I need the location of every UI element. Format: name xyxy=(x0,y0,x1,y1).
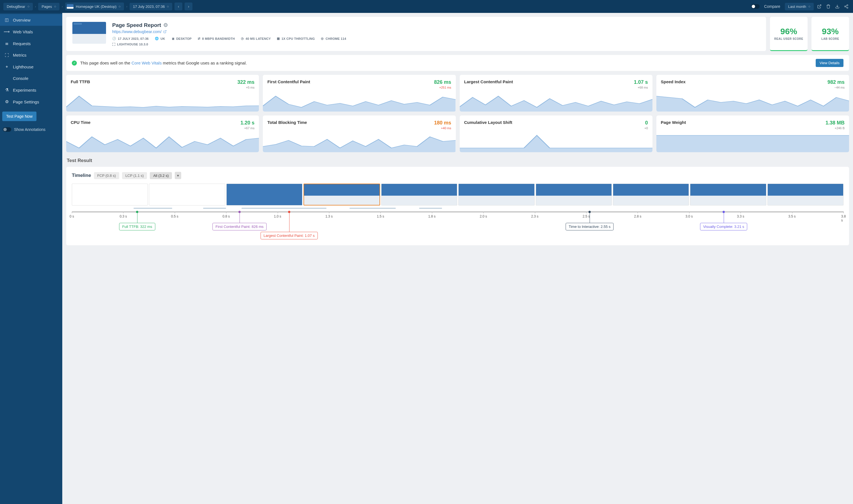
timeline-pill-all[interactable]: All (3.2 s) xyxy=(150,172,172,179)
sidebar-item-page-settings[interactable]: ⚙Page Settings xyxy=(0,96,62,108)
open-external-icon[interactable] xyxy=(816,3,823,10)
caret-icon: ◇ xyxy=(119,5,121,8)
metric-card-cpu-time[interactable]: CPU Time1.20 s+67 ms xyxy=(66,115,259,152)
filmstrip-frame[interactable] xyxy=(536,184,612,205)
metric-card-full-ttfb[interactable]: Full TTFB322 ms+5 ms xyxy=(66,75,259,111)
timeline-card: Timeline FCP (0.8 s) LCP (1.1 s) All (3.… xyxy=(66,167,849,245)
sidebar-item-experiments[interactable]: ⚗Experiments xyxy=(0,84,62,96)
sidebar-item-overview[interactable]: ◫Overview xyxy=(0,14,62,26)
flask-icon: ⚗ xyxy=(4,88,9,92)
meta-latency: ◷ 40 MS LATENCY xyxy=(241,37,271,40)
sidebar-item-console[interactable]: Console xyxy=(0,73,62,84)
filmstrip-frame[interactable] xyxy=(767,184,843,205)
metric-card-speed-index[interactable]: Speed Index982 ms−44 ms xyxy=(656,75,849,111)
metric-value: 982 ms xyxy=(828,79,845,85)
timeline-marker-lcp: Largest Contentful Paint: 1.07 s xyxy=(261,232,318,239)
report-header-card: Page Speed Report⚙ https://www.debugbear… xyxy=(66,17,766,51)
sidebar-item-label: Page Settings xyxy=(13,100,39,104)
timeline-marker-tti: Time to Interactive: 2.55 s xyxy=(566,223,614,230)
view-details-button[interactable]: View Details xyxy=(816,59,843,67)
filmstrip-frame[interactable] xyxy=(303,184,380,205)
metric-card-page-weight[interactable]: Page Weight1.38 MB+246 B xyxy=(656,115,849,152)
timeline-more-button[interactable]: ▾ xyxy=(175,172,181,179)
vitals-message: This page does well on the Core Web Vita… xyxy=(80,60,247,65)
metric-card-largest-contentful-paint[interactable]: Largest Contentful Paint1.07 s+68 ms xyxy=(460,75,652,111)
sidebar-item-label: Overview xyxy=(13,18,31,22)
core-web-vitals-link[interactable]: Core Web Vitals xyxy=(132,60,162,65)
metric-card-total-blocking-time[interactable]: Total Blocking Time180 ms+40 ms xyxy=(263,115,455,152)
chevron-right-icon: › xyxy=(126,5,127,8)
filmstrip-frame[interactable] xyxy=(149,184,225,205)
sidebar-item-lighthouse[interactable]: ⌖Lighthouse xyxy=(0,61,62,73)
timeline-pill-lcp[interactable]: LCP (1.1 s) xyxy=(122,172,147,179)
sidebar-item-label: Console xyxy=(13,76,28,81)
tick-label: 3.5 s xyxy=(788,214,796,218)
sidebar-item-web-vitals[interactable]: ⟿Web Vitals xyxy=(0,26,62,38)
chart-icon: ⛶ xyxy=(4,53,9,57)
activity-bar xyxy=(72,207,843,210)
metric-card-cumulative-layout-shift[interactable]: Cumulative Layout Shift0+0 xyxy=(460,115,652,152)
sidebar-item-label: Web Vitals xyxy=(13,30,33,34)
next-test-button[interactable]: › xyxy=(185,2,192,11)
chevron-right-icon: › xyxy=(35,5,36,8)
tick-label: 2.8 s xyxy=(634,214,641,218)
tick-label: 2.5 s xyxy=(582,214,590,218)
page-url[interactable]: https://www.debugbear.com/ xyxy=(112,30,346,34)
meta-datetime: 🕑 17 JULY 2023, 07:36 xyxy=(112,37,149,40)
gear-icon[interactable]: ⚙ xyxy=(163,22,168,28)
gear-icon: ⚙ xyxy=(4,99,9,104)
trash-icon[interactable] xyxy=(825,3,832,10)
metric-card-first-contentful-paint[interactable]: First Contentful Paint826 ms+251 ms xyxy=(263,75,455,111)
tick-label: 0.3 s xyxy=(120,214,127,218)
external-link-icon xyxy=(163,30,167,33)
test-page-now-button[interactable]: Test Page Now xyxy=(2,111,36,121)
breadcrumb-project[interactable]: DebugBear◇ xyxy=(3,3,33,11)
date-range-button[interactable]: Last month◇ xyxy=(785,3,814,11)
download-icon[interactable] xyxy=(834,3,841,10)
annotations-toggle[interactable] xyxy=(3,127,11,132)
meta-cpu: ▦ 1X CPU THROTTLING xyxy=(277,37,315,40)
compare-toggle[interactable] xyxy=(751,4,760,9)
metric-name: Speed Index xyxy=(661,79,685,89)
pulse-icon: ⟿ xyxy=(4,29,9,34)
share-icon[interactable] xyxy=(843,3,850,10)
filmstrip-frame[interactable] xyxy=(381,184,457,205)
check-icon: ✓ xyxy=(72,60,77,66)
svg-point-2 xyxy=(847,7,848,8)
metric-value: 1.07 s xyxy=(634,79,648,85)
svg-point-1 xyxy=(845,6,846,7)
core-web-vitals-banner: ✓ This page does well on the Core Web Vi… xyxy=(66,55,849,71)
filmstrip-frame[interactable] xyxy=(72,184,148,205)
timeline-marker-ttfb: Full TTFB: 322 ms xyxy=(119,223,155,230)
metric-delta: +5 ms xyxy=(237,86,255,89)
real-user-score-card[interactable]: 96% REAL USER SCORE xyxy=(770,17,807,51)
filmstrip-frame[interactable] xyxy=(690,184,766,205)
metric-name: Cumulative Layout Shift xyxy=(464,120,512,130)
metric-name: Full TTFB xyxy=(71,79,90,89)
metric-value: 322 ms xyxy=(237,79,255,85)
page-thumb-icon xyxy=(67,4,73,9)
lab-score-value: 93% xyxy=(822,26,839,36)
prev-test-button[interactable]: ‹ xyxy=(174,2,182,11)
breadcrumb-pages[interactable]: Pages◇ xyxy=(38,3,59,11)
real-user-score-label: REAL USER SCORE xyxy=(774,37,803,40)
filmstrip-frame[interactable] xyxy=(226,184,302,205)
lab-score-card[interactable]: 93% LAB SCORE xyxy=(812,17,849,51)
timeline-pill-fcp[interactable]: FCP (0.8 s) xyxy=(94,172,119,179)
metric-value: 826 ms xyxy=(434,79,451,85)
filmstrip-frame[interactable] xyxy=(613,184,689,205)
breadcrumb-datetime[interactable]: 17 July 2023, 07:36◇ xyxy=(129,3,172,11)
time-axis: 0 s0.3 s0.5 s0.8 s1.0 s1.3 s1.5 s1.8 s2.… xyxy=(72,212,843,234)
metric-name: First Contentful Paint xyxy=(267,79,310,89)
breadcrumb-page[interactable]: Homepage UK (Desktop)◇ xyxy=(65,2,124,11)
sidebar-item-metrics[interactable]: ⛶Metrics xyxy=(0,49,62,61)
lighthouse-icon: ⌖ xyxy=(4,64,9,69)
filmstrip-frame[interactable] xyxy=(458,184,534,205)
timeline-marker-vc: Visually Complete: 3.21 s xyxy=(700,223,747,230)
sidebar-item-requests[interactable]: ≣Requests xyxy=(0,38,62,49)
caret-icon: ◇ xyxy=(167,5,169,8)
list-icon: ≣ xyxy=(4,41,9,46)
tick-label: 1.3 s xyxy=(325,214,333,218)
sidebar-item-label: Requests xyxy=(13,41,31,46)
filmstrip xyxy=(72,184,843,205)
